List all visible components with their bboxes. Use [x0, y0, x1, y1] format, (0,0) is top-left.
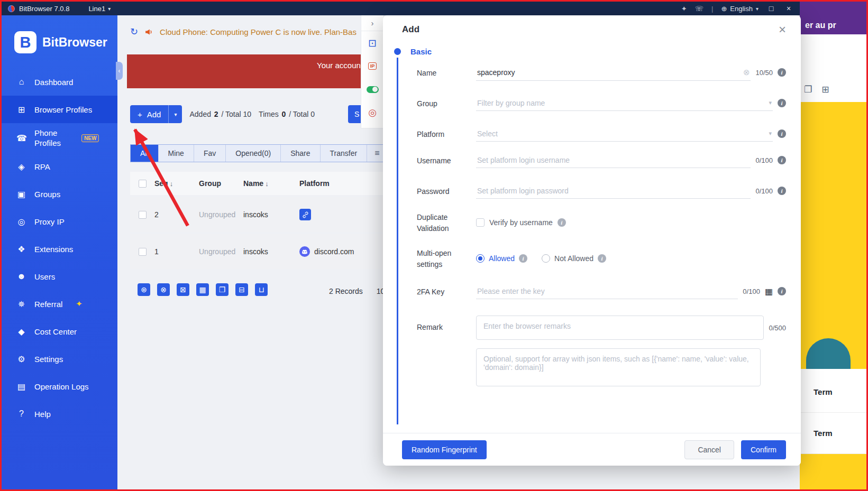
sidebar-item-referral[interactable]: ✵ Referral ✦ — [2, 290, 117, 318]
close-button[interactable]: × — [784, 4, 793, 13]
sidebar-item-dashboard[interactable]: ⌂ Dashboard — [2, 68, 117, 96]
row-checkbox[interactable] — [139, 211, 147, 219]
verify-by-username-checkbox[interactable] — [476, 218, 485, 227]
tab-mine[interactable]: Mine — [159, 145, 194, 162]
ip-lookup-button[interactable]: IP — [361, 54, 383, 78]
select-all-checkbox[interactable] — [139, 180, 147, 188]
sidebar-item-extensions[interactable]: ❖ Extensions — [2, 235, 117, 263]
maximize-button[interactable]: □ — [766, 4, 776, 13]
info-icon[interactable]: i — [598, 254, 606, 263]
batch-recycle-icon[interactable]: ⊟ — [235, 283, 248, 296]
sidebar-item-help[interactable]: ? Help — [2, 400, 117, 428]
window-sync-button[interactable]: ⊡ — [361, 31, 383, 54]
tab-share[interactable]: Share — [281, 145, 320, 162]
qr-scan-icon[interactable]: ▦ — [765, 286, 773, 297]
modal-close-icon[interactable]: × — [779, 23, 786, 36]
tab-opened[interactable]: Opened(0) — [226, 145, 281, 162]
name-input[interactable] — [477, 68, 740, 77]
tab-fav[interactable]: Fav — [194, 145, 226, 162]
allowed-option[interactable]: Allowed i — [476, 254, 527, 263]
titlebar-divider: | — [711, 5, 713, 13]
tab-all[interactable]: All — [131, 145, 159, 162]
sidebar-item-groups[interactable]: ▣ Groups — [2, 180, 117, 208]
username-counter: 0/100 — [755, 156, 773, 164]
fingerprint-button[interactable]: ◎ — [361, 101, 383, 124]
background-list: Term Term — [800, 372, 866, 454]
column-seq[interactable]: Seq↓ — [154, 179, 199, 188]
name-field-row: Name ⊗ 10/50 i — [417, 64, 786, 81]
promo-icon[interactable]: ✦ — [681, 5, 687, 13]
remark-field-row: Remark 0/500 — [417, 316, 786, 340]
remark-textarea[interactable] — [476, 316, 764, 340]
sidebar-item-users[interactable]: ☻ Users — [2, 263, 117, 290]
sidebar-item-rpa[interactable]: ◈ RPA — [2, 153, 117, 180]
radio-selected-icon[interactable] — [476, 254, 485, 263]
cell-seq: 1 — [154, 247, 199, 256]
duplicate-validation-row: Duplicate Validation Verify by username … — [417, 211, 786, 234]
filter-icon[interactable]: ≡ — [374, 149, 379, 158]
sidebar-collapse-handle[interactable]: ‹ — [116, 62, 123, 80]
remark-counter: 0/500 — [769, 324, 786, 332]
info-icon[interactable]: i — [519, 254, 527, 263]
info-icon[interactable]: i — [778, 68, 786, 77]
chevron-down-icon: ▾ — [769, 99, 772, 106]
monitor-icon: ⊡ — [368, 37, 377, 49]
password-input[interactable] — [477, 187, 750, 195]
cost-center-icon: ◆ — [16, 327, 26, 337]
info-icon[interactable]: i — [778, 129, 786, 138]
row-checkbox[interactable] — [139, 248, 147, 256]
tab-transfer[interactable]: Transfer — [321, 145, 368, 162]
records-count: 2 Records — [329, 287, 363, 295]
batch-window-icon[interactable]: ❐ — [216, 283, 229, 296]
expand-panel-button[interactable]: › — [361, 15, 383, 31]
clear-icon[interactable]: ⊗ — [743, 68, 750, 77]
add-button[interactable]: + Add — [130, 105, 169, 123]
link-icon[interactable] — [299, 209, 311, 220]
column-group[interactable]: Group — [199, 179, 243, 188]
not-allowed-option[interactable]: Not Allowed i — [542, 254, 606, 263]
info-icon[interactable]: i — [558, 218, 566, 227]
random-fingerprint-button[interactable]: Random Fingerprint — [402, 440, 487, 459]
sidebar-item-cost-center[interactable]: ◆ Cost Center — [2, 318, 117, 345]
announcement-text[interactable]: Cloud Phone: Computing Power C is now li… — [160, 27, 357, 36]
info-icon[interactable]: i — [778, 187, 786, 195]
username-input[interactable] — [477, 156, 750, 164]
radio-icon[interactable] — [542, 254, 550, 263]
sidebar-item-operation-logs[interactable]: ▤ Operation Logs — [2, 373, 117, 400]
added-counter: Added 2 / Total 10 — [189, 110, 251, 118]
background-window-header: er au pr — [800, 2, 866, 34]
refresh-icon[interactable]: ↻ — [130, 26, 138, 38]
times-counter: Times 0 / Total 0 — [259, 110, 315, 118]
batch-close-icon[interactable]: ⊗ — [157, 283, 170, 296]
platform-select[interactable] — [477, 129, 765, 138]
group-select[interactable] — [477, 99, 765, 107]
browser-profiles-icon: ⊞ — [16, 105, 26, 115]
background-header-text: er au pr — [805, 21, 836, 30]
referral-icon: ✵ — [16, 299, 26, 309]
batch-manage-icon[interactable]: ▦ — [196, 283, 209, 296]
info-icon[interactable]: i — [778, 287, 786, 295]
sidebar-item-phone-profiles[interactable]: ☎ Phone Profiles NEW — [2, 123, 117, 153]
line-selector[interactable]: Line1 ▾ — [88, 5, 111, 13]
batch-open-icon[interactable]: ⊛ — [138, 283, 150, 296]
language-selector[interactable]: ⊕ English ▾ — [721, 5, 759, 13]
name-label: Name — [417, 67, 476, 79]
cell-name: inscoks — [243, 210, 299, 219]
cancel-button[interactable]: Cancel — [684, 440, 734, 459]
sidebar-item-browser-profiles[interactable]: ⊞ Browser Profiles — [2, 96, 117, 123]
confirm-button[interactable]: Confirm — [741, 440, 786, 459]
support-icon[interactable]: ☏ — [695, 5, 703, 13]
sidebar-item-proxy-ip[interactable]: ◎ Proxy IP — [2, 208, 117, 235]
batch-delete-icon[interactable]: ⊔ — [255, 283, 268, 296]
sidebar-item-settings[interactable]: ⚙ Settings — [2, 345, 117, 373]
new-badge: NEW — [81, 134, 99, 142]
globe-icon: ⊕ — [721, 5, 727, 13]
add-dropdown-button[interactable]: ▾ — [169, 105, 182, 123]
tfa-input[interactable] — [477, 287, 737, 295]
proxy-toggle[interactable] — [361, 78, 383, 101]
info-icon[interactable]: i — [778, 99, 786, 107]
cookie-textarea[interactable] — [476, 348, 761, 386]
info-icon[interactable]: i — [778, 156, 786, 164]
batch-export-icon[interactable]: ⊠ — [177, 283, 189, 296]
column-name[interactable]: Name↓ — [243, 179, 299, 188]
